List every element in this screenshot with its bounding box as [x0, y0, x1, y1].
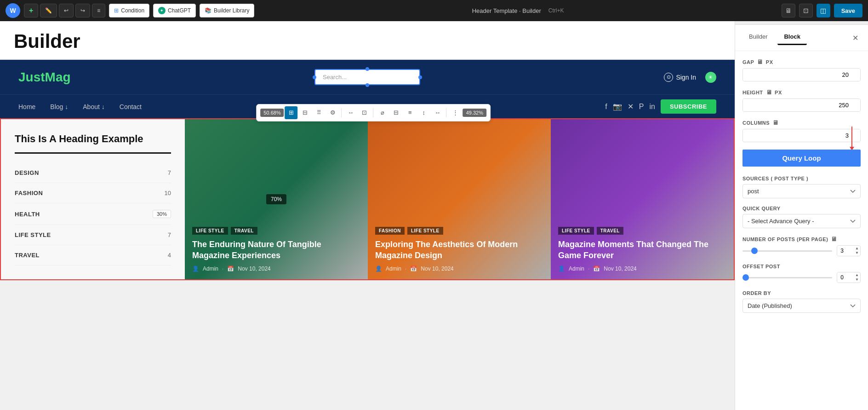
- logo-text-main: Just: [18, 70, 45, 84]
- gap-field: GAP 🖥 px: [742, 58, 861, 81]
- num-posts-slider-row: ▲ ▼: [742, 245, 861, 256]
- tab-block[interactable]: Block: [777, 30, 806, 45]
- search-placeholder: Search...: [323, 74, 347, 81]
- toolbar-align-icon[interactable]: ⊟: [390, 106, 403, 119]
- tab-builder[interactable]: Builder: [742, 30, 774, 45]
- header-right-actions: ⊙ Sign In ☀: [664, 72, 716, 83]
- columns-responsive-icon[interactable]: 🖥: [772, 119, 779, 126]
- logo-text-accent: Mag: [45, 70, 71, 84]
- quick-query-field: QUICK QUERY - Select Advance Query -: [742, 206, 861, 228]
- panel-toggle-button[interactable]: ◫: [817, 4, 830, 17]
- height-input[interactable]: [743, 99, 860, 111]
- condition-button[interactable]: ⊞ Condition: [109, 4, 149, 17]
- nav-item-home[interactable]: Home: [18, 103, 35, 110]
- chatgpt-label: ChatGPT: [168, 7, 191, 14]
- post-1-tag-travel: TRAVEL: [231, 227, 257, 235]
- save-button[interactable]: Save: [834, 4, 862, 17]
- toolbar-justify-icon[interactable]: ≡: [404, 106, 417, 119]
- offset-increment[interactable]: ▲: [854, 273, 860, 277]
- edit-mode-button[interactable]: ✏️: [40, 4, 57, 17]
- offset-value-input[interactable]: [837, 272, 854, 283]
- gap-unit-label: px: [766, 59, 773, 65]
- columns-input[interactable]: [743, 129, 860, 142]
- nav-item-blog[interactable]: Blog ↓: [50, 103, 68, 110]
- post-1-meta: 👤 Admin · 📅 Nov 10, 2024: [192, 266, 360, 272]
- nav-item-about[interactable]: About ↓: [83, 103, 104, 110]
- toolbar-stretch-icon[interactable]: ↔: [431, 106, 444, 119]
- theme-toggle-icon[interactable]: ☀: [705, 72, 716, 83]
- post-3-tags: LIFE STYLE TRAVEL: [558, 227, 726, 235]
- post-2-tag-lifestyle: LIFE STYLE: [407, 227, 443, 235]
- toolbar-link-icon[interactable]: ⌀: [376, 106, 389, 119]
- num-posts-value-input[interactable]: [837, 246, 854, 256]
- height-input-group: [742, 98, 861, 112]
- columns-input-group: [742, 129, 861, 142]
- num-posts-slider[interactable]: [742, 250, 832, 252]
- sources-field: SOURCES ( POST TYPE ) post page custom: [742, 176, 861, 198]
- toolbar-more-icon[interactable]: ⋮: [449, 106, 462, 119]
- add-block-button[interactable]: +: [24, 4, 38, 17]
- toolbar-fullwidth-icon[interactable]: ↔: [344, 106, 357, 119]
- sign-in-link[interactable]: ⊙ Sign In: [664, 73, 696, 82]
- desktop-view-button[interactable]: 🖥: [782, 4, 795, 17]
- instagram-icon[interactable]: 📷: [613, 102, 622, 111]
- builder-library-button[interactable]: 📚 Builder Library: [200, 4, 254, 17]
- widget-divider: [15, 152, 171, 154]
- pinterest-icon[interactable]: P: [639, 103, 644, 111]
- facebook-icon[interactable]: f: [605, 103, 607, 111]
- order-by-select[interactable]: Date (Published) Title Author: [742, 299, 861, 313]
- subscribe-button[interactable]: SUBSCRIBE: [661, 99, 716, 114]
- widget-heading: This Is A Heading Example: [15, 133, 171, 145]
- post-2-sep: ·: [405, 266, 406, 272]
- nav-item-contact[interactable]: Contact: [120, 103, 142, 110]
- sign-in-label: Sign In: [676, 74, 696, 81]
- post-1-author-icon: 👤: [192, 266, 199, 272]
- undo-button[interactable]: ↩: [59, 4, 74, 17]
- query-loop-label: Query Loop: [782, 154, 821, 162]
- post-card-1[interactable]: LIFE STYLE TRAVEL The Enduring Nature Of…: [185, 119, 368, 279]
- list-item: HEALTH 30%: [15, 203, 171, 225]
- twitter-icon[interactable]: ✕: [628, 102, 634, 111]
- offset-slider-row: ▲ ▼: [742, 272, 861, 283]
- content-section: This Is A Heading Example DESIGN 7 FASHI…: [0, 118, 735, 280]
- list-item: DESIGN 7: [15, 163, 171, 183]
- close-panel-button[interactable]: ✕: [850, 32, 861, 43]
- offset-slider[interactable]: [742, 277, 832, 278]
- toolbar-columns-icon[interactable]: ⊞: [285, 106, 298, 119]
- toolbar-drag-icon[interactable]: ⠿: [313, 106, 326, 119]
- toolbar-distribute-icon[interactable]: ↕: [417, 106, 430, 119]
- nav-items: Home Blog ↓ About ↓ Contact: [18, 103, 142, 110]
- num-posts-decrement[interactable]: ▼: [854, 251, 860, 255]
- redo-button[interactable]: ↪: [75, 4, 90, 17]
- topbar: W + ✏️ ↩ ↪ ≡ ⊞ Condition ✦ ChatGPT 📚 Bui…: [0, 0, 868, 21]
- offset-decrement[interactable]: ▼: [854, 277, 860, 282]
- chatgpt-button[interactable]: ✦ ChatGPT: [153, 4, 196, 17]
- post-2-tag-fashion: FASHION: [375, 227, 405, 235]
- block-tab-label: Block: [784, 33, 800, 40]
- sources-select[interactable]: post page custom: [742, 184, 861, 198]
- post-2-meta: 👤 Admin · 📅 Nov 10, 2024: [375, 266, 543, 272]
- nav-bar: Home Blog ↓ About ↓ Contact 50.68% ⊞ ⊟ ⠿…: [0, 94, 735, 118]
- gap-responsive-icon[interactable]: 🖥: [757, 58, 763, 65]
- toolbar-inline-icon[interactable]: ⊡: [358, 106, 371, 119]
- right-panel: Builder Block ✕ GAP 🖥 px: [735, 21, 868, 410]
- search-bar[interactable]: Search...: [314, 69, 420, 85]
- gap-input[interactable]: [743, 69, 860, 81]
- query-loop-button[interactable]: Query Loop: [742, 150, 861, 167]
- wp-logo[interactable]: W: [6, 3, 20, 18]
- tablet-view-button[interactable]: ⊡: [799, 4, 813, 17]
- num-posts-increment[interactable]: ▲: [854, 246, 860, 251]
- post-2-date-icon: 📅: [410, 266, 417, 272]
- post-card-3[interactable]: LIFE STYLE TRAVEL Magazine Moments That …: [551, 119, 734, 279]
- height-responsive-icon[interactable]: 🖥: [766, 89, 772, 96]
- toolbar-settings-icon[interactable]: ⚙: [326, 106, 339, 119]
- post-2-author-icon: 👤: [375, 266, 382, 272]
- post-1-tag-lifestyle: LIFE STYLE: [192, 227, 228, 235]
- toolbar-grid-icon[interactable]: ⊟: [299, 106, 312, 119]
- post-card-2[interactable]: FASHION LIFE STYLE Exploring The Aesthet…: [368, 119, 551, 279]
- linkedin-icon[interactable]: in: [649, 103, 655, 111]
- post-3-tag-travel: TRAVEL: [597, 227, 623, 235]
- num-posts-responsive-icon[interactable]: 🖥: [831, 236, 837, 243]
- quick-query-select[interactable]: - Select Advance Query -: [742, 214, 861, 228]
- structure-button[interactable]: ≡: [92, 4, 105, 17]
